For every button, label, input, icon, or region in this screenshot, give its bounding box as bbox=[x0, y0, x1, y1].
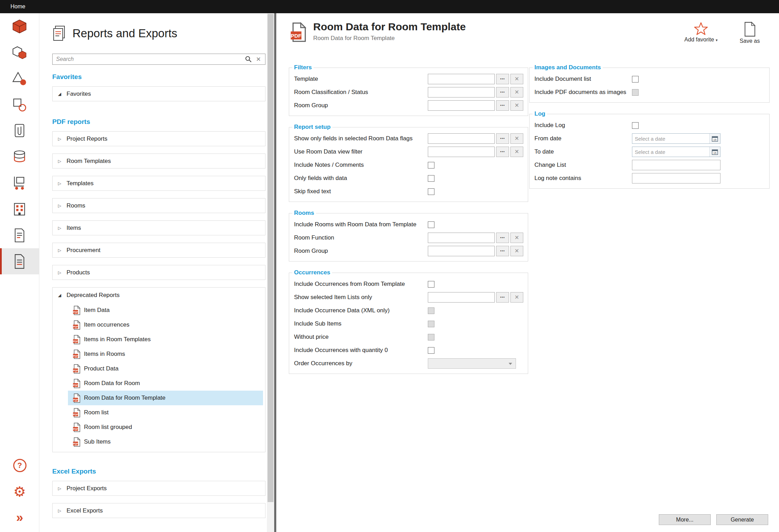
collapse-icon[interactable]: ◢ bbox=[57, 92, 62, 96]
sidebar-item-facility[interactable] bbox=[0, 196, 39, 222]
template-input[interactable] bbox=[428, 74, 495, 84]
report-item[interactable]: Item occurrences bbox=[68, 318, 263, 332]
tree-group-rooms[interactable]: ▷Rooms bbox=[52, 198, 265, 213]
include-notes-checkbox[interactable] bbox=[428, 162, 434, 169]
rooms-room-group-input[interactable] bbox=[428, 246, 495, 256]
room-classification-clear-button[interactable]: ✕ bbox=[510, 87, 523, 97]
room-classification-input[interactable] bbox=[428, 87, 495, 97]
help-button[interactable]: ? bbox=[0, 452, 39, 478]
item-lists-clear-button[interactable]: ✕ bbox=[510, 292, 523, 303]
scrollbar-thumb[interactable] bbox=[268, 14, 273, 502]
tree-group-items[interactable]: ▷Items bbox=[52, 220, 265, 235]
room-classification-browse-button[interactable]: ••• bbox=[496, 87, 509, 97]
report-item-selected[interactable]: Room Data for Room Template bbox=[68, 391, 263, 405]
calendar-icon[interactable]: 15 bbox=[709, 134, 720, 143]
include-occurrences-checkbox[interactable] bbox=[428, 281, 434, 288]
expand-icon[interactable]: ▷ bbox=[57, 226, 62, 230]
sidebar-item-portfolio[interactable] bbox=[0, 39, 39, 65]
settings-button[interactable]: ⚙ bbox=[0, 478, 39, 504]
panel-scrollbar[interactable] bbox=[267, 13, 274, 532]
item-lists-input[interactable] bbox=[428, 292, 495, 303]
template-browse-button[interactable]: ••• bbox=[496, 74, 509, 84]
expand-icon[interactable]: ▷ bbox=[57, 181, 62, 186]
save-as-button[interactable]: Save as bbox=[733, 22, 766, 44]
include-log-checkbox[interactable] bbox=[632, 122, 639, 129]
sidebar-item-items[interactable] bbox=[0, 92, 39, 118]
expand-icon[interactable]: ▷ bbox=[57, 136, 62, 141]
to-date-input[interactable] bbox=[632, 149, 709, 155]
skip-fixed-text-checkbox[interactable] bbox=[428, 188, 434, 195]
room-data-flags-clear-button[interactable]: ✕ bbox=[510, 133, 523, 144]
room-group-input[interactable] bbox=[428, 100, 495, 111]
report-item[interactable]: Room list bbox=[68, 405, 263, 420]
view-filter-browse-button[interactable]: ••• bbox=[496, 147, 509, 157]
expand-sidebar-button[interactable]: » bbox=[0, 504, 39, 531]
expand-icon[interactable]: ▷ bbox=[57, 159, 62, 164]
expand-icon[interactable]: ▷ bbox=[57, 486, 62, 491]
room-group-browse-button[interactable]: ••• bbox=[496, 100, 509, 111]
calendar-icon[interactable]: 15 bbox=[709, 147, 720, 157]
rooms-room-group-clear-button[interactable]: ✕ bbox=[510, 246, 523, 256]
tree-group-templates[interactable]: ▷Templates bbox=[52, 176, 265, 191]
expand-icon[interactable]: ▷ bbox=[57, 203, 62, 208]
room-group-clear-button[interactable]: ✕ bbox=[510, 100, 523, 111]
report-item[interactable]: Room list grouped bbox=[68, 420, 263, 435]
report-item[interactable]: Items in Rooms bbox=[68, 347, 263, 361]
tree-group-room-templates[interactable]: ▷Room Templates bbox=[52, 154, 265, 169]
tree-group-excel-exports[interactable]: ▷Excel Exports bbox=[52, 503, 265, 518]
include-quantity-zero-checkbox[interactable] bbox=[428, 347, 434, 354]
from-date-input[interactable] bbox=[632, 136, 709, 142]
generate-button[interactable]: Generate bbox=[716, 514, 768, 525]
collapse-icon[interactable]: ◢ bbox=[57, 293, 62, 298]
room-function-clear-button[interactable]: ✕ bbox=[510, 233, 523, 243]
search-input[interactable] bbox=[53, 56, 242, 62]
view-filter-clear-button[interactable]: ✕ bbox=[510, 147, 523, 157]
expand-icon[interactable]: ▷ bbox=[57, 508, 62, 513]
template-clear-button[interactable]: ✕ bbox=[510, 74, 523, 84]
rooms-room-group-browse-button[interactable]: ••• bbox=[496, 246, 509, 256]
include-rooms-checkbox[interactable] bbox=[428, 221, 434, 228]
sidebar-item-projects[interactable] bbox=[0, 13, 39, 39]
report-item[interactable]: Room Data for Room bbox=[68, 376, 263, 391]
sidebar-item-documents[interactable] bbox=[0, 222, 39, 248]
home-tab[interactable]: Home bbox=[0, 0, 33, 13]
room-data-flags-input[interactable] bbox=[428, 133, 495, 144]
report-item[interactable]: Items in Room Templates bbox=[68, 332, 263, 347]
expand-icon[interactable]: ▷ bbox=[57, 270, 62, 275]
report-item[interactable]: Sub Items bbox=[68, 435, 263, 449]
view-filter-input[interactable] bbox=[428, 147, 495, 157]
from-date-picker[interactable]: 15 bbox=[632, 133, 720, 144]
tree-group-project-exports[interactable]: ▷Project Exports bbox=[52, 481, 265, 496]
to-date-picker[interactable]: 15 bbox=[632, 147, 720, 157]
sidebar-item-shapes[interactable] bbox=[0, 65, 39, 92]
pdf-report-icon bbox=[290, 22, 307, 42]
clear-search-icon[interactable]: ✕ bbox=[255, 56, 265, 63]
only-fields-with-data-checkbox[interactable] bbox=[428, 175, 434, 182]
deprecated-reports-head[interactable]: ◢ Deprecated Reports bbox=[53, 288, 265, 303]
include-document-list-checkbox[interactable] bbox=[632, 76, 639, 83]
ellipsis-icon: ••• bbox=[500, 77, 505, 81]
room-data-flags-browse-button[interactable]: ••• bbox=[496, 133, 509, 144]
report-item[interactable]: Item Data bbox=[68, 303, 263, 318]
room-function-input[interactable] bbox=[428, 233, 495, 243]
log-note-input[interactable] bbox=[632, 173, 720, 183]
field-label: Only fields with data bbox=[294, 175, 428, 182]
sidebar-item-logistics[interactable] bbox=[0, 170, 39, 196]
report-item[interactable]: Product Data bbox=[68, 361, 263, 376]
change-list-input[interactable] bbox=[632, 160, 720, 170]
search-icon[interactable] bbox=[242, 56, 255, 63]
more-button[interactable]: More... bbox=[659, 514, 711, 525]
sidebar-item-attachments[interactable] bbox=[0, 118, 39, 144]
chevron-down-icon: ▾ bbox=[716, 38, 718, 42]
item-lists-browse-button[interactable]: ••• bbox=[496, 292, 509, 303]
tree-group-favorites[interactable]: ◢ Favorites bbox=[52, 86, 265, 101]
sidebar-item-database[interactable] bbox=[0, 144, 39, 170]
sidebar-item-reports[interactable] bbox=[0, 248, 39, 274]
expand-icon[interactable]: ▷ bbox=[57, 248, 62, 253]
room-function-browse-button[interactable]: ••• bbox=[496, 233, 509, 243]
tree-group-products[interactable]: ▷Products bbox=[52, 265, 265, 280]
database-icon bbox=[11, 149, 28, 165]
tree-group-project-reports[interactable]: ▷Project Reports bbox=[52, 131, 265, 146]
add-favorite-button[interactable]: Add favorite ▾ bbox=[684, 22, 718, 44]
tree-group-procurement[interactable]: ▷Procurement bbox=[52, 243, 265, 258]
